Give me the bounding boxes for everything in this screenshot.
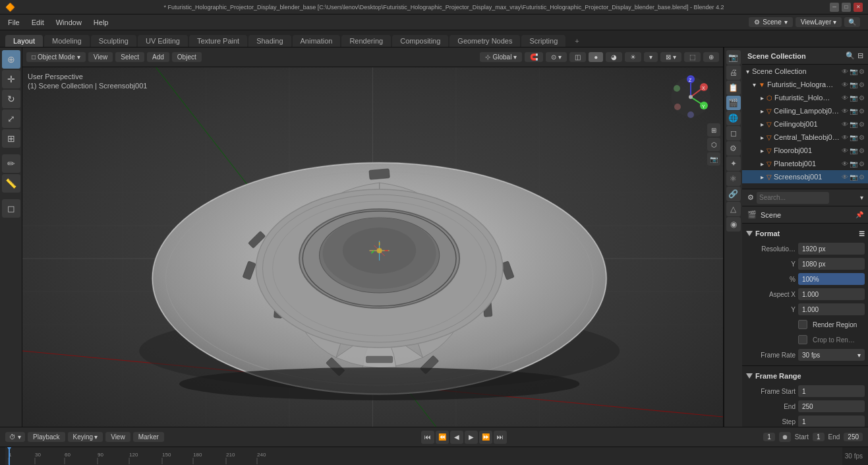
viewport-3d[interactable]: □ Object Mode ▾ View Select Add Object ⊹…	[22, 47, 723, 427]
menu-edit[interactable]: Edit	[26, 17, 49, 28]
tab-modeling[interactable]: Modeling	[44, 35, 90, 47]
frame-start-field[interactable]: 1	[798, 385, 865, 397]
tab-uv-editing[interactable]: UV Editing	[138, 35, 188, 47]
object-data-icon[interactable]: △	[726, 202, 741, 216]
aspect-y-field[interactable]: 1.000	[798, 303, 865, 315]
particles-icon[interactable]: ✦	[726, 156, 741, 171]
timeline-ruler[interactable]: 1 30 60 90 120 150 180 210 240	[0, 447, 868, 465]
cl-hide-icon[interactable]: 👁	[842, 108, 848, 115]
f-col-cam-icon[interactable]: 📷	[850, 81, 857, 88]
zoom-extents-button[interactable]: ⊞	[707, 123, 720, 137]
tab-animation[interactable]: Animation	[293, 35, 341, 47]
tab-scripting[interactable]: Scripting	[521, 35, 565, 47]
outliner-planet[interactable]: ▸ ▽ Planetobj001 👁 📷 ⚙	[742, 157, 868, 170]
object-menu[interactable]: Object	[172, 52, 202, 62]
toggle-perspective-button[interactable]: ⬡	[707, 138, 720, 151]
f-col-hide-icon[interactable]: 👁	[842, 81, 848, 88]
object-properties-icon[interactable]: ◻	[726, 126, 741, 140]
scene-selector[interactable]: ⚙ Scene ▾	[749, 17, 792, 27]
format-options-icon[interactable]: ☰	[859, 230, 865, 237]
frame-range-header[interactable]: Frame Range	[746, 369, 865, 383]
collection-cam-icon[interactable]: 📷	[850, 68, 857, 75]
rotate-tool[interactable]: ↻	[2, 90, 20, 108]
ct-cam-icon[interactable]: 📷	[850, 134, 857, 141]
properties-filter-icon[interactable]: ▾	[860, 194, 863, 201]
measure-tool[interactable]: 📏	[2, 174, 20, 193]
jump-start-button[interactable]: ⏮	[421, 431, 434, 444]
playback-menu[interactable]: Playback	[28, 432, 65, 442]
tab-layout[interactable]: Layout	[5, 35, 43, 47]
proportional-edit[interactable]: ⊙ ▾	[546, 52, 567, 62]
pl-cam-icon[interactable]: 📷	[850, 160, 857, 168]
play-backward-button[interactable]: ◀	[450, 431, 463, 444]
ce-cam-icon[interactable]: 📷	[850, 121, 857, 128]
outliner-scene-collection[interactable]: ▾ Scene Collection 👁 📷 ⚙	[742, 65, 868, 78]
resolution-pct-field[interactable]: 100%	[798, 273, 865, 285]
timeline-editor-type[interactable]: ⏱ ▾	[5, 432, 25, 442]
add-menu[interactable]: Add	[147, 52, 169, 62]
scene-pin-icon[interactable]: 📌	[855, 211, 863, 218]
autokey-icon[interactable]: ⏺	[779, 432, 791, 442]
viewlayer-selector[interactable]: ViewLayer ▾	[796, 17, 842, 27]
outliner-screens[interactable]: ▸ ▽ Screensobj001 👁 📷 ⚙	[742, 170, 868, 183]
outliner-floor[interactable]: ▸ ▽ Floorobj001 👁 📷 ⚙	[742, 144, 868, 157]
viewport-shading-solid[interactable]: ●	[589, 52, 603, 62]
modifier-properties-icon[interactable]: ⚙	[726, 141, 741, 156]
render-properties-icon[interactable]: 📷	[726, 50, 741, 65]
marker-menu[interactable]: Marker	[133, 432, 164, 442]
mode-selector[interactable]: □ Object Mode ▾	[26, 52, 86, 62]
material-icon[interactable]: ◉	[726, 217, 741, 232]
tab-geometry-nodes[interactable]: Geometry Nodes	[449, 35, 520, 47]
view-layer-icon[interactable]: 📋	[726, 80, 741, 95]
transform-orientation[interactable]: ⊹ Global ▾	[480, 52, 522, 62]
navigation-gizmo[interactable]: X Y Z	[668, 74, 714, 120]
outliner-central-table[interactable]: ▸ ▽ Central_Tableobj0… 👁 📷 ⚙	[742, 131, 868, 144]
fh-hide-icon[interactable]: 👁	[842, 94, 848, 102]
tab-texture-paint[interactable]: Texture Paint	[189, 35, 247, 47]
viewport-shading-wire[interactable]: ◫	[569, 52, 586, 62]
fl-cam-icon[interactable]: 📷	[850, 147, 857, 154]
pl-render-icon[interactable]: ⚙	[859, 160, 865, 168]
sc-hide-icon[interactable]: 👁	[842, 173, 848, 181]
overlay-toggle[interactable]: ⊠ ▾	[660, 52, 681, 62]
tab-sculpting[interactable]: Sculpting	[91, 35, 136, 47]
menu-window[interactable]: Window	[51, 17, 87, 28]
fl-render-icon[interactable]: ⚙	[859, 147, 865, 154]
ce-render-icon[interactable]: ⚙	[859, 121, 865, 128]
transform-tool[interactable]: ⊞	[2, 129, 20, 148]
render-region-checkbox[interactable]	[798, 320, 807, 329]
prev-keyframe-button[interactable]: ⏪	[436, 431, 449, 444]
select-menu[interactable]: Select	[115, 52, 144, 62]
tab-rendering[interactable]: Rendering	[341, 35, 391, 47]
frame-end-field[interactable]: 250	[844, 433, 863, 441]
tab-add[interactable]: +	[567, 35, 587, 47]
frame-step-field[interactable]: 1	[798, 416, 865, 427]
outliner-ceiling[interactable]: ▸ ▽ Ceilingobj001 👁 📷 ⚙	[742, 117, 868, 131]
close-button[interactable]: ✕	[854, 3, 863, 12]
outliner-futuristic-holo[interactable]: ▸ ⬡ Futuristic_Holo… 👁 📷 ⚙	[742, 91, 868, 104]
xray-toggle[interactable]: ⬚	[684, 52, 701, 62]
viewport-shading-material[interactable]: ◕	[606, 52, 622, 62]
resolution-y-field[interactable]: 1080 px	[798, 258, 865, 270]
tab-shading[interactable]: Shading	[248, 35, 291, 47]
scale-tool[interactable]: ⤢	[2, 109, 20, 128]
collection-hide-icon[interactable]: 👁	[842, 68, 848, 75]
world-properties-icon[interactable]: 🌐	[726, 111, 741, 125]
tab-compositing[interactable]: Compositing	[392, 35, 448, 47]
add-cube-tool[interactable]: ◻	[2, 199, 20, 218]
f-col-render-icon[interactable]: ⚙	[859, 81, 865, 88]
snap-toggle[interactable]: 🧲	[525, 52, 543, 62]
cursor-tool[interactable]: ⊕	[2, 50, 20, 69]
frame-start-field[interactable]: 1	[813, 433, 825, 441]
scene-properties-icon[interactable]: 🎬	[726, 96, 741, 110]
keying-menu[interactable]: Keying ▾	[68, 432, 103, 442]
outliner-filter-icon[interactable]: ⊟	[857, 51, 863, 60]
outliner-futuristic-collection[interactable]: ▾ ▼ Futuristic_Hologra… 👁 📷 ⚙	[742, 78, 868, 91]
properties-search[interactable]	[757, 192, 829, 204]
cl-render-icon[interactable]: ⚙	[859, 108, 865, 115]
ct-hide-icon[interactable]: 👁	[842, 134, 848, 141]
viewport-scene[interactable]: User Perspective (1) Scene Collection | …	[22, 67, 723, 427]
maximize-button[interactable]: □	[842, 3, 851, 12]
search-button[interactable]: 🔍	[844, 17, 860, 27]
crop-checkbox[interactable]	[798, 335, 807, 344]
